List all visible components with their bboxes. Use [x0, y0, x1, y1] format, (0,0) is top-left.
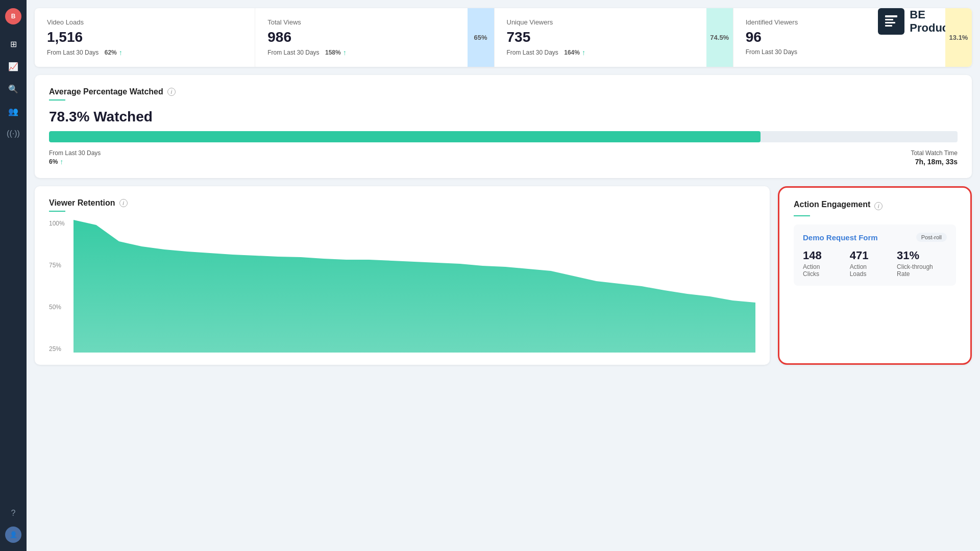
ae-metric-loads: 471 Action Loads — [850, 249, 885, 278]
ae-metric-value-ctr: 31% — [897, 249, 947, 262]
viewer-retention-chart: 100% 75% 50% 25% — [49, 220, 755, 353]
people-icon[interactable]: 👥 — [4, 102, 22, 120]
stat-card-total-views: Total Views 986 From Last 30 Days 158% ↑… — [255, 8, 494, 67]
ae-metric-value-clicks: 148 — [803, 249, 838, 262]
viewer-retention-card: Viewer Retention i 100% 75% 50% 25% — [35, 186, 770, 365]
stat-change-total-views: From Last 30 Days 158% ↑ — [267, 48, 463, 57]
stat-value-unique-viewers: 735 — [507, 29, 702, 45]
stat-value-video-loads: 1,516 — [47, 29, 242, 45]
sidebar-brand-avatar[interactable]: B — [5, 8, 21, 24]
average-watched-title: Average Percentage Watched i — [49, 87, 958, 96]
user-avatar[interactable]: 👤 — [5, 527, 21, 543]
stat-label-total-views: Total Views — [267, 18, 463, 26]
average-watched-underline — [49, 99, 65, 101]
ae-metric-label-loads: Action Loads — [850, 263, 885, 278]
content-area: Average Percentage Watched i 78.3% Watch… — [27, 67, 980, 373]
watched-percentage: 78.3% Watched — [49, 109, 958, 125]
y-label-25: 25% — [49, 345, 65, 353]
stats-row: Video Loads 1,516 From Last 30 Days 62% … — [35, 8, 972, 67]
action-engagement-item: Demo Request Form Post-roll 148 Action C… — [794, 224, 956, 286]
stat-change-video-loads: From Last 30 Days 62% ↑ — [47, 48, 242, 57]
stat-badge-identified-viewers: 13.1% — [945, 8, 972, 67]
help-icon[interactable]: ? — [4, 504, 22, 522]
search-icon[interactable]: 🔍 — [4, 80, 22, 98]
monitor-icon[interactable]: ⊞ — [4, 35, 22, 53]
bottom-row: Viewer Retention i 100% 75% 50% 25% — [35, 186, 972, 365]
action-engagement-title-row: Action Engagement i — [794, 200, 956, 212]
y-label-100: 100% — [49, 220, 65, 227]
stat-card-unique-viewers: Unique Viewers 735 From Last 30 Days 164… — [495, 8, 733, 67]
ae-item-name: Demo Request Form — [803, 233, 878, 242]
ae-metric-value-loads: 471 — [850, 249, 885, 262]
stat-label-identified-viewers: Identified Viewers — [746, 18, 941, 26]
chart-svg-wrapper — [74, 220, 755, 353]
ae-metric-label-ctr: Click-through Rate — [897, 263, 947, 278]
average-watched-card: Average Percentage Watched i 78.3% Watch… — [35, 75, 972, 178]
action-engagement-card: Action Engagement i Demo Request Form Po… — [778, 186, 972, 365]
y-label-50: 50% — [49, 304, 65, 311]
broadcast-icon[interactable]: ((·)) — [4, 124, 22, 143]
stat-change-identified-viewers: From Last 30 Days — [746, 48, 941, 56]
ae-item-badge: Post-roll — [916, 233, 947, 242]
stat-card-video-loads: Video Loads 1,516 From Last 30 Days 62% … — [35, 8, 255, 67]
ae-underline — [794, 215, 810, 216]
y-label-75: 75% — [49, 262, 65, 269]
stat-label-unique-viewers: Unique Viewers — [507, 18, 702, 26]
viewer-retention-title: Viewer Retention i — [49, 198, 755, 208]
average-watched-info-icon[interactable]: i — [167, 88, 176, 96]
watch-stat-right: Total Watch Time 7h, 18m, 33s — [911, 149, 958, 166]
viewer-retention-underline — [49, 211, 65, 212]
watch-stats: From Last 30 Days 6% ↑ Total Watch Time … — [49, 149, 958, 166]
progress-bar — [49, 131, 958, 142]
ae-metric-clicks: 148 Action Clicks — [803, 249, 838, 278]
watch-stat-left: From Last 30 Days 6% ↑ — [49, 149, 101, 166]
ae-metric-label-clicks: Action Clicks — [803, 263, 838, 278]
chart-y-labels: 100% 75% 50% 25% — [49, 220, 69, 353]
viewer-retention-info-icon[interactable]: i — [119, 199, 128, 207]
svg-marker-4 — [74, 220, 755, 353]
stat-card-identified-viewers: Identified Viewers 96 From Last 30 Days … — [733, 8, 972, 67]
ae-metric-ctr: 31% Click-through Rate — [897, 249, 947, 278]
stat-value-identified-viewers: 96 — [746, 29, 941, 45]
action-engagement-title: Action Engagement — [794, 200, 870, 209]
sidebar: B ⊞ 📈 🔍 👥 ((·)) ? 👤 — [0, 0, 27, 551]
ae-item-header: Demo Request Form Post-roll — [803, 233, 947, 242]
progress-bar-fill — [49, 131, 761, 142]
ae-metrics: 148 Action Clicks 471 Action Loads 31% C… — [803, 249, 947, 278]
main-content: Video Loads 1,516 From Last 30 Days 62% … — [27, 0, 980, 373]
analytics-icon[interactable]: 📈 — [4, 57, 22, 76]
stat-change-unique-viewers: From Last 30 Days 164% ↑ — [507, 48, 702, 57]
action-engagement-info-icon[interactable]: i — [874, 202, 883, 210]
stat-value-total-views: 986 — [267, 29, 463, 45]
stat-badge-total-views: 65% — [468, 8, 494, 67]
stat-badge-unique-viewers: 74.5% — [706, 8, 733, 67]
stat-label-video-loads: Video Loads — [47, 18, 242, 26]
